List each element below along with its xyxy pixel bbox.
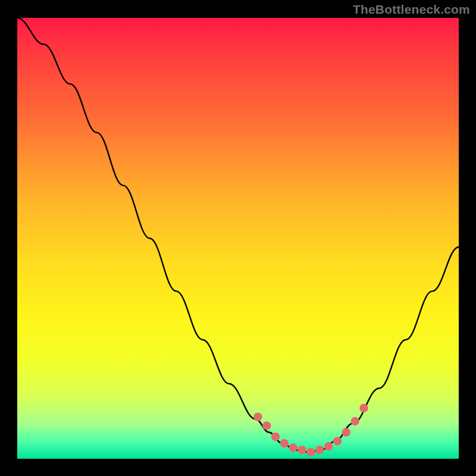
marker-point — [342, 428, 350, 436]
marker-point — [333, 437, 342, 445]
marker-point — [271, 433, 280, 441]
curve-path — [17, 18, 459, 452]
chart-svg — [17, 18, 459, 459]
marker-point — [280, 439, 289, 447]
marker-point — [298, 446, 306, 454]
plot-area — [17, 18, 459, 459]
marker-point — [359, 404, 368, 412]
watermark-text: TheBottleneck.com — [353, 2, 470, 17]
curve-markers — [253, 404, 368, 457]
marker-point — [306, 448, 315, 456]
marker-point — [315, 446, 324, 454]
chart-frame: TheBottleneck.com — [0, 0, 476, 476]
marker-point — [289, 443, 298, 452]
curve-line — [17, 18, 459, 452]
marker-point — [262, 421, 271, 430]
marker-point — [350, 417, 359, 425]
marker-point — [253, 412, 262, 421]
marker-point — [324, 442, 333, 450]
